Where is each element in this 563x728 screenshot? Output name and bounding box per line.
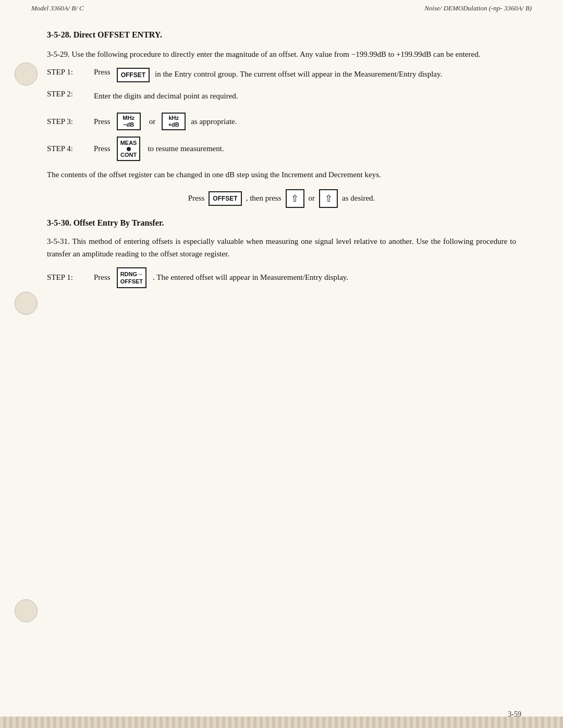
step1-label: STEP 1: <box>47 68 94 77</box>
increment-para: The contents of the offset register can … <box>47 168 516 181</box>
step4-text: to resume measurement. <box>148 144 224 153</box>
step3-text: as appropriate. <box>191 117 237 126</box>
step2-row: STEP 2: Enter the digits and decimal poi… <box>47 90 516 102</box>
hole-punch-mid <box>15 292 38 315</box>
step1-text: in the Entry control group. The current … <box>155 68 516 80</box>
header-right: Noise/ DEMODulation (-np- 3360A/ B) <box>424 4 532 13</box>
or-label: or <box>309 194 315 203</box>
step1-3530-label: STEP 1: <box>47 273 94 282</box>
step1-row: STEP 1: Press OFFSET in the Entry contro… <box>47 68 516 82</box>
header-left: Model 3360A/ B/ C <box>31 4 84 13</box>
offset-key-step1: OFFSET <box>117 68 150 82</box>
press-label: Press <box>188 194 205 203</box>
step2-label: STEP 2: <box>47 90 94 98</box>
meas-cont-key: MEAS CONT <box>117 137 141 161</box>
khz-key-bot: +dB <box>168 121 179 128</box>
hole-punch-bot <box>15 599 38 622</box>
rdng-key-bot: OFFSET <box>120 278 143 285</box>
bottom-bar <box>0 717 563 728</box>
page: Model 3360A/ B/ C Noise/ DEMODulation (-… <box>0 0 563 728</box>
mhz-key-top: MHz <box>123 115 134 121</box>
meas-dot <box>127 147 131 151</box>
step3-press: Press <box>94 117 111 126</box>
page-content: 3-5-28. Direct OFFSET ENTRY. 3-5-29. Use… <box>0 15 563 326</box>
para-3531: 3-5-31. This method of entering offsets … <box>47 235 516 260</box>
meas-bot: CONT <box>120 151 137 158</box>
step2-text: Enter the digits and decimal point as re… <box>94 90 516 102</box>
hole-punch-top <box>15 63 38 85</box>
down-arrow-key: ⇧ <box>319 189 338 208</box>
offset-key-label: OFFSET <box>213 195 237 202</box>
step1-3530-text: . The entered offset will appear in Meas… <box>153 273 348 282</box>
step4-row: STEP 4: Press MEAS CONT to resume measur… <box>47 137 516 161</box>
section-3528-title: 3-5-28. Direct OFFSET ENTRY. <box>47 30 516 40</box>
section-3530-title: 3-5-30. Offset Entry By Transfer. <box>47 218 516 228</box>
then-press: , then press <box>246 194 282 203</box>
para-3529: 3-5-29. Use the following procedure to d… <box>47 48 516 60</box>
step3-label: STEP 3: <box>47 117 94 126</box>
step1-3530-row: STEP 1: Press RDNG→ OFFSET . The entered… <box>47 267 516 288</box>
page-header: Model 3360A/ B/ C Noise/ DEMODulation (-… <box>0 0 563 15</box>
mhz-db-key: MHz −dB <box>117 113 141 130</box>
khz-key-top: kHz <box>168 115 179 121</box>
mhz-key-bot: −dB <box>123 121 134 128</box>
rdng-offset-key: RDNG→ OFFSET <box>117 267 146 288</box>
step1-3530-press: Press <box>94 273 111 282</box>
rdng-key-top: RDNG→ <box>120 270 143 278</box>
up-arrow-key: ⇧ <box>286 189 304 208</box>
step4-label: STEP 4: <box>47 144 94 153</box>
press-row: Press OFFSET , then press ⇧ or ⇧ as desi… <box>47 189 516 208</box>
step1-press: Press <box>94 68 111 77</box>
offset-key-press: OFFSET <box>209 191 241 206</box>
khz-db-key: kHz +dB <box>162 113 186 130</box>
meas-top: MEAS <box>120 139 137 146</box>
step3-row: STEP 3: Press MHz −dB or kHz +dB as appr… <box>47 113 516 130</box>
step4-press: Press <box>94 144 111 153</box>
step3-or: or <box>149 117 156 126</box>
as-desired: as desired. <box>342 194 375 203</box>
